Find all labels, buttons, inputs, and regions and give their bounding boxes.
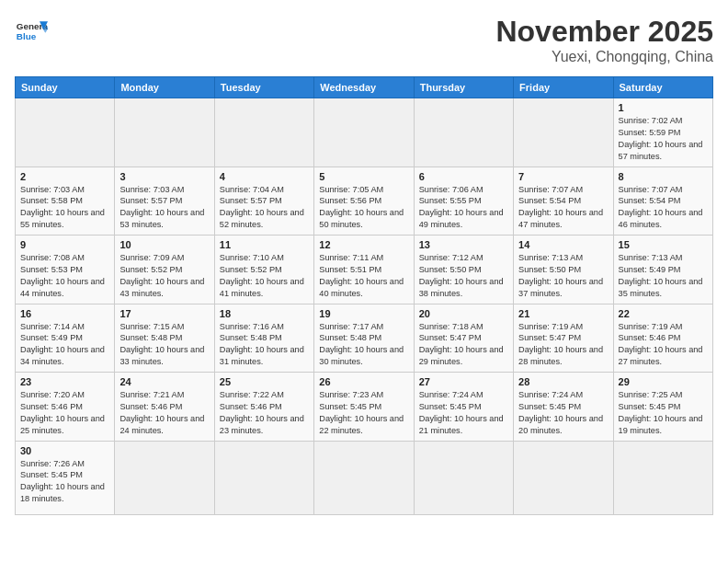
day-info: Sunrise: 7:05 AMSunset: 5:56 PMDaylight:… <box>319 184 408 232</box>
calendar-cell <box>314 441 414 514</box>
calendar-cell <box>16 98 115 167</box>
day-info: Sunrise: 7:04 AMSunset: 5:57 PMDaylight:… <box>220 184 309 232</box>
col-header-thursday: Thursday <box>414 77 513 98</box>
day-number: 17 <box>119 308 209 319</box>
day-info: Sunrise: 7:09 AMSunset: 5:52 PMDaylight:… <box>119 252 209 300</box>
calendar-week-6: 30Sunrise: 7:26 AMSunset: 5:45 PMDayligh… <box>16 441 713 514</box>
calendar-cell: 5Sunrise: 7:05 AMSunset: 5:56 PMDaylight… <box>314 167 414 236</box>
day-info: Sunrise: 7:02 AMSunset: 5:59 PMDaylight:… <box>619 115 708 163</box>
calendar-cell <box>115 441 214 514</box>
calendar-cell <box>613 441 712 514</box>
calendar-cell: 13Sunrise: 7:12 AMSunset: 5:50 PMDayligh… <box>414 236 513 304</box>
calendar-cell: 2Sunrise: 7:03 AMSunset: 5:58 PMDaylight… <box>16 167 115 236</box>
logo-icon: General Blue <box>15 15 48 48</box>
day-number: 12 <box>319 239 408 250</box>
day-number: 27 <box>419 376 508 387</box>
day-info: Sunrise: 7:06 AMSunset: 5:55 PMDaylight:… <box>419 184 508 232</box>
calendar-cell: 26Sunrise: 7:23 AMSunset: 5:45 PMDayligh… <box>314 373 414 442</box>
page-title: November 2025 <box>495 15 713 49</box>
col-header-monday: Monday <box>115 77 214 98</box>
calendar-cell: 9Sunrise: 7:08 AMSunset: 5:53 PMDaylight… <box>16 236 115 304</box>
day-number: 5 <box>319 171 408 182</box>
calendar-cell <box>314 98 414 167</box>
calendar-cell: 16Sunrise: 7:14 AMSunset: 5:49 PMDayligh… <box>16 304 115 373</box>
calendar-cell: 11Sunrise: 7:10 AMSunset: 5:52 PMDayligh… <box>214 236 313 304</box>
day-number: 21 <box>518 308 608 319</box>
calendar-cell: 10Sunrise: 7:09 AMSunset: 5:52 PMDayligh… <box>115 236 214 304</box>
calendar-cell: 8Sunrise: 7:07 AMSunset: 5:54 PMDaylight… <box>613 167 712 236</box>
day-number: 8 <box>619 171 708 182</box>
calendar-cell: 28Sunrise: 7:24 AMSunset: 5:45 PMDayligh… <box>514 373 613 442</box>
day-info: Sunrise: 7:03 AMSunset: 5:57 PMDaylight:… <box>119 184 209 232</box>
calendar-cell: 7Sunrise: 7:07 AMSunset: 5:54 PMDaylight… <box>514 167 613 236</box>
calendar-week-5: 23Sunrise: 7:20 AMSunset: 5:46 PMDayligh… <box>16 373 713 442</box>
day-info: Sunrise: 7:24 AMSunset: 5:45 PMDaylight:… <box>518 389 608 437</box>
day-number: 26 <box>319 376 408 387</box>
calendar-cell: 3Sunrise: 7:03 AMSunset: 5:57 PMDaylight… <box>115 167 214 236</box>
day-number: 2 <box>20 171 109 182</box>
day-info: Sunrise: 7:21 AMSunset: 5:46 PMDaylight:… <box>119 389 209 437</box>
title-block: November 2025 Yuexi, Chongqing, China <box>495 15 713 65</box>
day-number: 28 <box>518 376 608 387</box>
day-number: 29 <box>619 376 708 387</box>
day-info: Sunrise: 7:16 AMSunset: 5:48 PMDaylight:… <box>220 321 309 369</box>
calendar-week-4: 16Sunrise: 7:14 AMSunset: 5:49 PMDayligh… <box>16 304 713 373</box>
day-info: Sunrise: 7:11 AMSunset: 5:51 PMDaylight:… <box>319 252 408 300</box>
day-number: 23 <box>20 376 109 387</box>
day-info: Sunrise: 7:17 AMSunset: 5:48 PMDaylight:… <box>319 321 408 369</box>
calendar-cell <box>514 98 613 167</box>
day-number: 18 <box>220 308 309 319</box>
calendar-cell: 15Sunrise: 7:13 AMSunset: 5:49 PMDayligh… <box>613 236 712 304</box>
day-info: Sunrise: 7:15 AMSunset: 5:48 PMDaylight:… <box>119 321 209 369</box>
day-number: 24 <box>119 376 209 387</box>
day-info: Sunrise: 7:20 AMSunset: 5:46 PMDaylight:… <box>20 389 109 437</box>
calendar-cell: 21Sunrise: 7:19 AMSunset: 5:47 PMDayligh… <box>514 304 613 373</box>
day-info: Sunrise: 7:24 AMSunset: 5:45 PMDaylight:… <box>419 389 508 437</box>
calendar-cell <box>214 98 313 167</box>
calendar-cell: 14Sunrise: 7:13 AMSunset: 5:50 PMDayligh… <box>514 236 613 304</box>
day-info: Sunrise: 7:13 AMSunset: 5:50 PMDaylight:… <box>518 252 608 300</box>
calendar-cell: 6Sunrise: 7:06 AMSunset: 5:55 PMDaylight… <box>414 167 513 236</box>
page-header: General Blue November 2025 Yuexi, Chongq… <box>15 15 713 65</box>
day-info: Sunrise: 7:07 AMSunset: 5:54 PMDaylight:… <box>619 184 708 232</box>
calendar-cell: 27Sunrise: 7:24 AMSunset: 5:45 PMDayligh… <box>414 373 513 442</box>
day-number: 20 <box>419 308 508 319</box>
calendar-cell <box>214 441 313 514</box>
calendar-cell: 1Sunrise: 7:02 AMSunset: 5:59 PMDaylight… <box>613 98 712 167</box>
day-info: Sunrise: 7:19 AMSunset: 5:46 PMDaylight:… <box>619 321 708 369</box>
day-number: 13 <box>419 239 508 250</box>
calendar-week-3: 9Sunrise: 7:08 AMSunset: 5:53 PMDaylight… <box>16 236 713 304</box>
day-number: 15 <box>619 239 708 250</box>
day-number: 10 <box>119 239 209 250</box>
calendar-cell: 20Sunrise: 7:18 AMSunset: 5:47 PMDayligh… <box>414 304 513 373</box>
calendar-cell <box>115 98 214 167</box>
day-info: Sunrise: 7:14 AMSunset: 5:49 PMDaylight:… <box>20 321 109 369</box>
logo: General Blue <box>15 15 48 48</box>
day-number: 9 <box>20 239 109 250</box>
calendar-cell: 30Sunrise: 7:26 AMSunset: 5:45 PMDayligh… <box>16 441 115 514</box>
day-info: Sunrise: 7:19 AMSunset: 5:47 PMDaylight:… <box>518 321 608 369</box>
col-header-tuesday: Tuesday <box>214 77 313 98</box>
svg-text:Blue: Blue <box>17 31 37 41</box>
day-number: 11 <box>220 239 309 250</box>
col-header-friday: Friday <box>514 77 613 98</box>
day-number: 4 <box>220 171 309 182</box>
day-number: 14 <box>518 239 608 250</box>
day-number: 22 <box>619 308 708 319</box>
calendar-cell: 29Sunrise: 7:25 AMSunset: 5:45 PMDayligh… <box>613 373 712 442</box>
calendar-cell: 12Sunrise: 7:11 AMSunset: 5:51 PMDayligh… <box>314 236 414 304</box>
day-info: Sunrise: 7:10 AMSunset: 5:52 PMDaylight:… <box>220 252 309 300</box>
day-number: 3 <box>119 171 209 182</box>
page-subtitle: Yuexi, Chongqing, China <box>495 49 713 65</box>
calendar-cell: 22Sunrise: 7:19 AMSunset: 5:46 PMDayligh… <box>613 304 712 373</box>
day-info: Sunrise: 7:23 AMSunset: 5:45 PMDaylight:… <box>319 389 408 437</box>
day-info: Sunrise: 7:22 AMSunset: 5:46 PMDaylight:… <box>220 389 309 437</box>
col-header-wednesday: Wednesday <box>314 77 414 98</box>
day-number: 30 <box>20 445 109 456</box>
day-number: 19 <box>319 308 408 319</box>
day-info: Sunrise: 7:07 AMSunset: 5:54 PMDaylight:… <box>518 184 608 232</box>
day-number: 16 <box>20 308 109 319</box>
calendar-cell: 23Sunrise: 7:20 AMSunset: 5:46 PMDayligh… <box>16 373 115 442</box>
day-number: 7 <box>518 171 608 182</box>
calendar-table: SundayMondayTuesdayWednesdayThursdayFrid… <box>15 76 713 515</box>
